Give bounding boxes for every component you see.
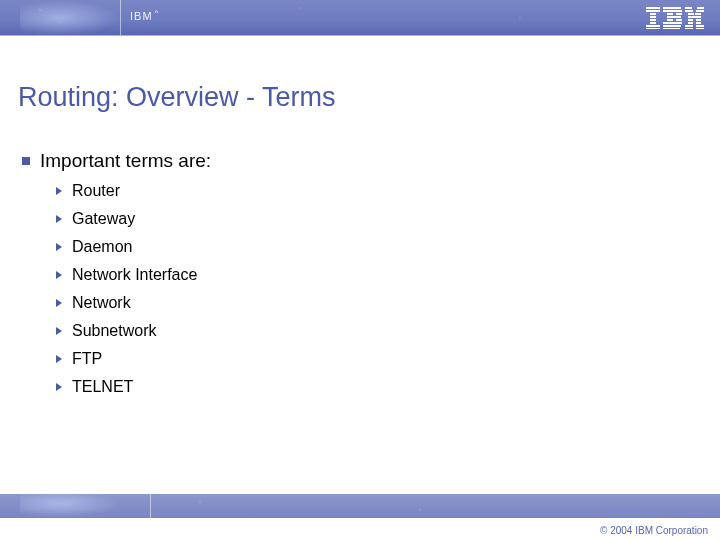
svg-rect-24: [688, 16, 701, 18]
square-bullet-icon: [22, 157, 30, 165]
caret-icon: ^: [155, 8, 160, 17]
top-banner: IBM^: [0, 0, 720, 36]
list-item: Network: [56, 294, 211, 312]
svg-rect-17: [663, 28, 680, 29]
bottom-banner: [0, 494, 720, 518]
list-item: Gateway: [56, 210, 211, 228]
triangle-bullet-icon: [56, 299, 62, 307]
svg-rect-26: [696, 19, 701, 21]
svg-rect-10: [667, 13, 673, 15]
banner-divider: [120, 0, 121, 36]
list-item: Network Interface: [56, 266, 211, 284]
term-text: Daemon: [72, 238, 132, 256]
slide-content: Important terms are: Router Gateway Daem…: [22, 150, 211, 406]
svg-rect-0: [646, 7, 660, 9]
svg-rect-4: [650, 19, 656, 21]
svg-rect-18: [685, 7, 692, 9]
svg-rect-12: [667, 16, 681, 18]
bullet-level1: Important terms are:: [22, 150, 211, 172]
term-text: Network Interface: [72, 266, 197, 284]
svg-rect-25: [688, 19, 693, 21]
ibm-logo-icon: [646, 7, 704, 29]
triangle-bullet-icon: [56, 271, 62, 279]
list-item: TELNET: [56, 378, 211, 396]
list-item: Subnetwork: [56, 322, 211, 340]
svg-rect-29: [685, 25, 693, 27]
term-text: Router: [72, 182, 120, 200]
list-item: Daemon: [56, 238, 211, 256]
list-item: Router: [56, 182, 211, 200]
svg-rect-9: [663, 10, 682, 12]
triangle-bullet-icon: [56, 327, 62, 335]
svg-rect-1: [646, 10, 660, 12]
banner-divider: [150, 494, 151, 518]
term-text: FTP: [72, 350, 102, 368]
svg-rect-14: [676, 19, 682, 21]
triangle-bullet-icon: [56, 243, 62, 251]
triangle-bullet-icon: [56, 355, 62, 363]
svg-rect-2: [650, 13, 656, 15]
copyright-text: © 2004 IBM Corporation: [600, 525, 708, 536]
term-text: Network: [72, 294, 131, 312]
list-item: FTP: [56, 350, 211, 368]
banner-globe-graphic: [20, 494, 120, 518]
svg-rect-23: [695, 13, 701, 15]
svg-rect-3: [650, 16, 656, 18]
triangle-bullet-icon: [56, 215, 62, 223]
svg-rect-22: [688, 13, 694, 15]
term-text: Gateway: [72, 210, 135, 228]
slide-title: Routing: Overview - Terms: [18, 82, 336, 113]
svg-rect-27: [688, 22, 693, 24]
svg-rect-7: [646, 28, 660, 29]
ibm-eserver-label: IBM^: [130, 8, 159, 22]
term-text: Subnetwork: [72, 322, 157, 340]
svg-rect-20: [685, 10, 693, 12]
slide: IBM^: [0, 0, 720, 540]
svg-rect-30: [696, 25, 704, 27]
svg-rect-11: [676, 13, 682, 15]
bullet-heading-text: Important terms are:: [40, 150, 211, 172]
triangle-bullet-icon: [56, 383, 62, 391]
svg-rect-19: [697, 7, 704, 9]
svg-rect-6: [646, 25, 660, 27]
svg-rect-13: [667, 19, 673, 21]
triangle-bullet-icon: [56, 187, 62, 195]
terms-list: Router Gateway Daemon Network Interface …: [56, 182, 211, 396]
term-text: TELNET: [72, 378, 133, 396]
svg-rect-8: [663, 7, 681, 9]
svg-rect-32: [696, 28, 704, 29]
svg-rect-5: [650, 22, 656, 24]
svg-rect-28: [696, 22, 701, 24]
svg-rect-21: [696, 10, 704, 12]
ibm-small-text: IBM: [130, 10, 153, 22]
svg-rect-31: [685, 28, 693, 29]
svg-rect-16: [663, 25, 681, 27]
banner-globe-graphic: [20, 0, 120, 36]
svg-rect-15: [663, 22, 682, 24]
